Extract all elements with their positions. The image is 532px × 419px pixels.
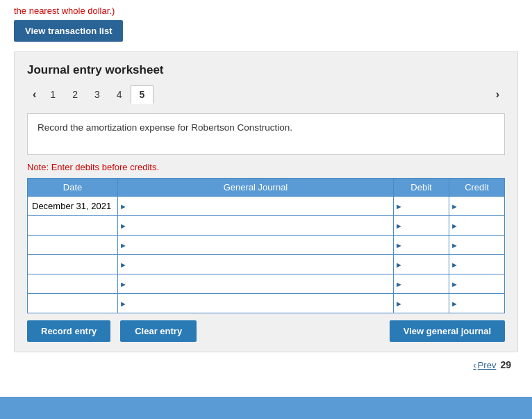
tab-1[interactable]: 1	[42, 86, 64, 103]
note-text: Note: Enter debits before credits.	[27, 162, 505, 172]
credit-cell-3: ►	[449, 236, 505, 255]
view-transaction-button[interactable]: View transaction list	[14, 20, 123, 42]
date-cell-4	[28, 255, 118, 274]
tab-next-button[interactable]: ›	[490, 88, 505, 101]
table-row: ► ► ►	[28, 294, 505, 313]
gj-input-2[interactable]	[118, 216, 393, 235]
debit-input-3[interactable]	[394, 236, 449, 254]
top-note: the nearest whole dollar.)	[0, 0, 532, 20]
tab-5[interactable]: 5	[131, 85, 154, 104]
date-cell-6	[28, 294, 118, 313]
table-row: ► ► ►	[28, 236, 505, 255]
page-number: 29	[500, 359, 511, 370]
debit-cell-1: ►	[394, 197, 449, 216]
credit-input-1[interactable]	[449, 197, 504, 215]
date-input-6[interactable]	[28, 294, 117, 313]
tab-2[interactable]: 2	[64, 86, 86, 103]
pagination-row: ‹ Prev 29	[0, 352, 532, 376]
debit-cell-4: ►	[394, 255, 449, 274]
date-input-5[interactable]	[28, 274, 117, 293]
debit-cell-6: ►	[394, 294, 449, 313]
worksheet-container: Journal entry worksheet ‹ 1 2 3 4 5 › Re…	[14, 51, 518, 352]
credit-input-3[interactable]	[449, 236, 504, 254]
credit-input-4[interactable]	[449, 255, 504, 274]
view-general-journal-button[interactable]: View general journal	[390, 320, 505, 342]
col-header-gj: General Journal	[118, 179, 394, 197]
gj-cell-2: ►	[118, 216, 394, 236]
tabs-row: ‹ 1 2 3 4 5 ›	[27, 85, 505, 104]
date-cell-2	[28, 216, 118, 236]
tab-3[interactable]: 3	[86, 86, 108, 103]
gj-cell-3: ►	[118, 236, 394, 255]
clear-entry-button[interactable]: Clear entry	[120, 320, 197, 342]
date-cell-5	[28, 274, 118, 294]
debit-input-4[interactable]	[394, 255, 449, 274]
col-header-credit: Credit	[449, 179, 505, 197]
credit-cell-1: ►	[449, 197, 505, 216]
table-row: ► ► ►	[28, 255, 505, 274]
table-row: ► ► ►	[28, 274, 505, 294]
journal-table: Date General Journal Debit Credit ► ►	[27, 178, 505, 313]
credit-input-2[interactable]	[449, 216, 504, 235]
debit-input-6[interactable]	[394, 294, 449, 313]
record-entry-button[interactable]: Record entry	[27, 320, 110, 342]
debit-input-2[interactable]	[394, 216, 449, 235]
date-cell-3	[28, 236, 118, 255]
date-cell-1	[28, 197, 118, 216]
debit-cell-2: ►	[394, 216, 449, 236]
worksheet-title: Journal entry worksheet	[27, 63, 505, 77]
table-row: ► ► ►	[28, 216, 505, 236]
gj-input-1[interactable]	[118, 197, 393, 215]
prev-chevron-icon: ‹	[473, 360, 476, 370]
gj-cell-6: ►	[118, 294, 394, 313]
gj-input-4[interactable]	[118, 255, 393, 274]
date-input-1[interactable]	[28, 197, 117, 215]
credit-cell-4: ►	[449, 255, 505, 274]
debit-cell-3: ►	[394, 236, 449, 255]
action-buttons-row: Record entry Clear entry View general jo…	[27, 320, 505, 342]
table-row: ► ► ►	[28, 197, 505, 216]
credit-cell-5: ►	[449, 274, 505, 294]
gj-cell-4: ►	[118, 255, 394, 274]
gj-input-3[interactable]	[118, 236, 393, 254]
gj-input-5[interactable]	[118, 274, 393, 293]
debit-cell-5: ►	[394, 274, 449, 294]
debit-input-1[interactable]	[394, 197, 449, 215]
col-header-debit: Debit	[394, 179, 449, 197]
gj-cell-1: ►	[118, 197, 394, 216]
credit-input-6[interactable]	[449, 294, 504, 313]
instruction-box: Record the amortization expense for Robe…	[27, 113, 505, 155]
date-input-3[interactable]	[28, 236, 117, 254]
tab-4[interactable]: 4	[108, 86, 131, 103]
credit-cell-6: ►	[449, 294, 505, 313]
credit-cell-2: ►	[449, 216, 505, 236]
tab-prev-button[interactable]: ‹	[27, 88, 42, 101]
credit-input-5[interactable]	[449, 274, 504, 293]
gj-cell-5: ►	[118, 274, 394, 294]
date-input-4[interactable]	[28, 255, 117, 274]
bottom-bar	[0, 397, 532, 419]
gj-input-6[interactable]	[118, 294, 393, 313]
date-input-2[interactable]	[28, 216, 117, 235]
prev-button[interactable]: ‹ Prev	[473, 360, 496, 370]
col-header-date: Date	[28, 179, 118, 197]
debit-input-5[interactable]	[394, 274, 449, 293]
